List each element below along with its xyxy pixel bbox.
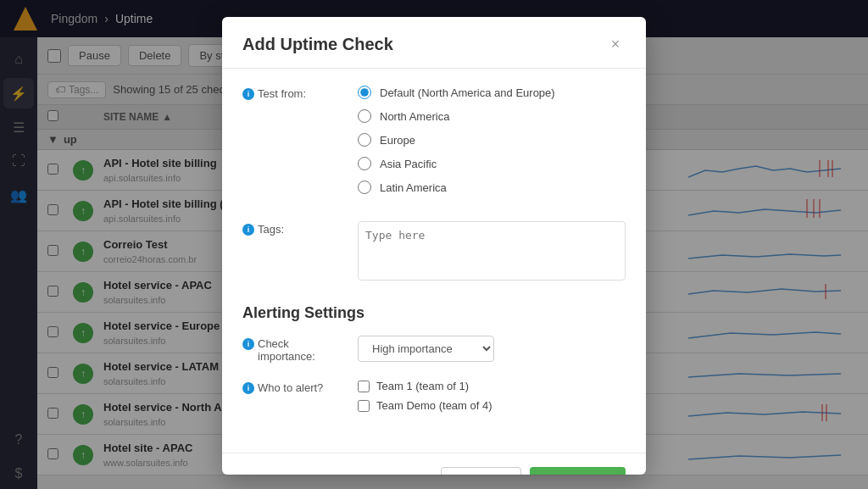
team-demo-checkbox-label[interactable]: Team Demo (team of 4) <box>358 399 626 412</box>
radio-europe-label: Europe <box>380 134 415 147</box>
radio-default-label: Default (North America and Europe) <box>380 86 555 99</box>
modal-footer: Test check Create check <box>222 453 646 475</box>
info-icon-alert: i <box>242 382 254 394</box>
modal-header: Add Uptime Check × <box>222 17 646 69</box>
importance-row: i Check importance: High importance Low … <box>242 336 626 363</box>
radio-default[interactable]: Default (North America and Europe) <box>358 86 626 99</box>
alert-teams-control: Team 1 (team of 1) Team Demo (team of 4) <box>358 380 626 419</box>
importance-select[interactable]: High importance Low importance Medium im… <box>358 336 494 362</box>
radio-group: Default (North America and Europe) North… <box>358 86 626 204</box>
team-demo-label: Team Demo (team of 4) <box>376 399 492 412</box>
team1-checkbox[interactable] <box>358 381 370 392</box>
radio-europe-input[interactable] <box>358 133 371 147</box>
test-from-row: i Test from: Default (North America and … <box>242 86 626 204</box>
team1-label: Team 1 (team of 1) <box>376 380 469 392</box>
modal-title: Add Uptime Check <box>242 35 393 54</box>
tags-input[interactable] <box>358 221 626 281</box>
who-to-alert-row: i Who to alert? Team 1 (team of 1) Team … <box>242 380 626 419</box>
radio-asia-pacific-label: Asia Pacific <box>380 158 437 170</box>
alerting-section-title: Alerting Settings <box>242 301 626 322</box>
radio-europe[interactable]: Europe <box>358 133 626 147</box>
radio-north-america-label: North America <box>380 110 449 123</box>
radio-asia-pacific-input[interactable] <box>358 157 371 170</box>
importance-label: i Check importance: <box>242 336 344 363</box>
who-to-alert-label: i Who to alert? <box>242 380 344 419</box>
info-icon-importance: i <box>242 338 254 350</box>
radio-north-america[interactable]: North America <box>358 109 626 123</box>
test-check-button[interactable]: Test check <box>441 467 521 475</box>
info-icon: i <box>242 88 254 100</box>
importance-control: High importance Low importance Medium im… <box>358 336 626 363</box>
modal-body: i Test from: Default (North America and … <box>222 69 646 453</box>
tags-row: i Tags: <box>242 221 626 284</box>
info-icon-tags: i <box>242 224 254 236</box>
radio-latin-america-label: Latin America <box>380 181 447 194</box>
radio-north-america-input[interactable] <box>358 109 371 123</box>
tags-label: i Tags: <box>242 221 344 284</box>
team1-checkbox-label[interactable]: Team 1 (team of 1) <box>358 380 626 392</box>
radio-asia-pacific[interactable]: Asia Pacific <box>358 157 626 170</box>
test-from-label: i Test from: <box>242 86 344 204</box>
radio-default-input[interactable] <box>358 86 371 99</box>
create-check-button[interactable]: Create check <box>530 467 626 475</box>
radio-latin-america[interactable]: Latin America <box>358 181 626 194</box>
modal-close-button[interactable]: × <box>605 34 626 54</box>
modal-overlay: Add Uptime Check × i Test from: Default … <box>0 0 868 489</box>
team-demo-checkbox[interactable] <box>358 400 370 412</box>
tags-control <box>358 221 626 284</box>
radio-latin-america-input[interactable] <box>358 181 371 194</box>
add-uptime-check-modal: Add Uptime Check × i Test from: Default … <box>222 17 646 475</box>
